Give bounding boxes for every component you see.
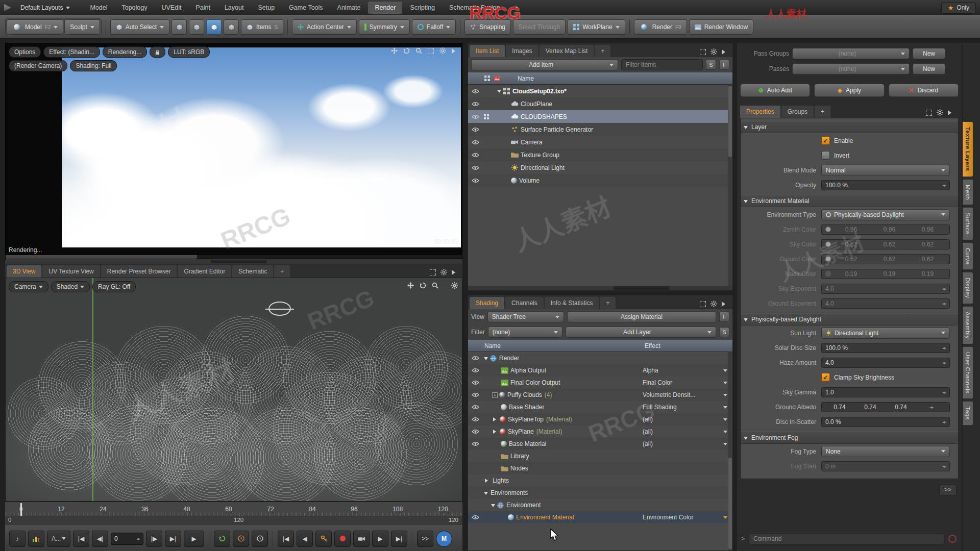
- expand-arrow[interactable]: [491, 504, 495, 509]
- render-camera-selector[interactable]: (Render Camera): [9, 60, 67, 71]
- timeline-ruler[interactable]: 01224364860728496108120: [5, 502, 462, 516]
- select-through-button[interactable]: Select Through: [513, 19, 566, 35]
- render-flag-column-icon[interactable]: [494, 76, 500, 81]
- side-tab-display[interactable]: Display: [963, 272, 973, 304]
- expand-plus-icon[interactable]: +: [492, 392, 498, 398]
- menu-topology[interactable]: Topology: [115, 2, 154, 14]
- panel-menu-icon[interactable]: [452, 48, 458, 54]
- sculpt-mode-button[interactable]: Sculpt: [64, 19, 100, 35]
- raygl-selector[interactable]: Ray GL: Off: [92, 281, 136, 292]
- play-button[interactable]: ▶: [184, 531, 204, 547]
- tab-vertex-map-list[interactable]: Vertex Map List: [540, 45, 594, 57]
- item-row-cloudshapes[interactable]: CLOUDSHAPES: [468, 110, 732, 123]
- apply-button[interactable]: ◆Apply: [814, 84, 884, 97]
- stepper-icon[interactable]: ◂▸: [942, 345, 946, 350]
- visibility-eye-icon[interactable]: [472, 127, 479, 132]
- visibility-eye-icon[interactable]: [472, 441, 479, 446]
- viewport-shading-selector[interactable]: Shaded: [51, 281, 90, 292]
- tab-uv-texture-view[interactable]: UV Texture View: [42, 265, 100, 278]
- search-mode-button[interactable]: S: [706, 60, 716, 70]
- view-mode-dropdown[interactable]: Shader Tree: [487, 311, 564, 322]
- color-swatch[interactable]: [825, 256, 831, 262]
- visibility-eye-icon[interactable]: [472, 89, 479, 94]
- fog-type-select[interactable]: None: [821, 446, 950, 457]
- visibility-eye-icon[interactable]: [472, 165, 479, 170]
- sky-exponent-field[interactable]: 4.0◂▸: [821, 284, 950, 294]
- time-range-button[interactable]: [252, 531, 268, 547]
- tab-add[interactable]: +: [815, 106, 830, 118]
- effect-select[interactable]: Full Shading: [643, 404, 730, 411]
- new-pass-group-button[interactable]: New: [913, 48, 945, 59]
- filter-mode-button[interactable]: F: [719, 60, 729, 70]
- effect-select[interactable]: Alpha: [643, 367, 730, 374]
- stepper-icon[interactable]: ◂▸: [917, 405, 946, 410]
- disc-inscatter-field[interactable]: 0.0 %◂▸: [821, 417, 950, 427]
- shading-mode-selector[interactable]: Shading: Full: [70, 60, 117, 71]
- menu-scripting[interactable]: Scripting: [403, 2, 442, 14]
- discard-button[interactable]: ✕Discard: [889, 84, 959, 97]
- shader-row-render[interactable]: Render: [468, 352, 732, 364]
- next-frame-button[interactable]: |▶: [146, 531, 162, 547]
- tab-groups[interactable]: Groups: [781, 106, 814, 118]
- previous-frame-button[interactable]: ◀|: [92, 531, 108, 547]
- item-row-particle-generator[interactable]: Surface Particle Generator: [468, 123, 732, 136]
- step-key-back-button[interactable]: ◀: [297, 531, 313, 547]
- expand-arrow[interactable]: [497, 90, 501, 95]
- invert-checkbox[interactable]: ✓: [821, 151, 830, 160]
- menu-animate[interactable]: Animate: [331, 2, 368, 14]
- select-vertices-button[interactable]: [172, 19, 187, 35]
- environment-material-section-header[interactable]: Environment Material: [741, 195, 958, 207]
- expand-arrow[interactable]: [493, 417, 498, 421]
- tab-schematic[interactable]: Schematic: [232, 265, 273, 278]
- symmetry-button[interactable]: Symmetry: [359, 19, 410, 35]
- visibility-eye-icon[interactable]: [472, 392, 479, 397]
- visibility-eye-icon[interactable]: [472, 102, 479, 107]
- stepper-icon[interactable]: ◂▸: [942, 360, 946, 365]
- gear-icon[interactable]: [937, 109, 943, 116]
- render-button[interactable]: RenderF9: [634, 19, 687, 35]
- menu-uvedit[interactable]: UVEdit: [155, 2, 188, 14]
- audio-levels-button[interactable]: [28, 531, 44, 547]
- snapping-button[interactable]: Snapping: [464, 19, 511, 35]
- actor-menu-button[interactable]: A...: [47, 531, 70, 547]
- more-properties-button[interactable]: >>: [939, 484, 957, 495]
- current-frame-field[interactable]: 0◂▸: [111, 533, 143, 545]
- items-mode-button[interactable]: ItemsS: [241, 19, 283, 35]
- blend-mode-select[interactable]: Normal: [821, 165, 950, 176]
- side-tab-tags[interactable]: Tags: [963, 401, 973, 425]
- shader-row-environment[interactable]: Environment: [468, 499, 732, 511]
- color-swatch[interactable]: [825, 271, 831, 277]
- side-tab-curve[interactable]: Curve: [963, 242, 973, 270]
- tab-add[interactable]: +: [600, 297, 616, 309]
- next-keyframe-button[interactable]: ▶|: [391, 531, 407, 547]
- effect-selector[interactable]: Effect: (Shadin...: [43, 46, 100, 58]
- item-row-texture-group[interactable]: Texture Group: [468, 148, 732, 161]
- solar-disc-size-field[interactable]: 100.0 %◂▸: [821, 343, 950, 353]
- menu-game-tools[interactable]: Game Tools: [282, 2, 329, 14]
- lut-selector[interactable]: LUT: sRGB: [168, 46, 210, 58]
- menu-schematic-fusion[interactable]: Schematic Fusion: [443, 2, 506, 14]
- camera-gizmo[interactable]: [268, 302, 291, 316]
- auto-select-button[interactable]: Auto Select: [110, 19, 169, 35]
- daylight-section-header[interactable]: Physically-based Daylight: [741, 313, 958, 325]
- snapshot-button[interactable]: [353, 531, 370, 547]
- vertical-scrollbar[interactable]: [728, 352, 732, 550]
- command-record-icon[interactable]: [948, 535, 957, 543]
- zenith-color-field[interactable]: 0.960.960.96: [821, 224, 950, 235]
- panel-menu-icon[interactable]: [948, 110, 954, 115]
- effect-select[interactable]: (all): [643, 440, 730, 447]
- effect-select[interactable]: Final Color: [643, 379, 730, 386]
- 3d-viewport[interactable]: Camera Shaded Ray GL: Off: [5, 278, 462, 502]
- expand-arrow[interactable]: [484, 357, 488, 362]
- clamp-sky-brightness-checkbox[interactable]: ✓: [821, 373, 830, 382]
- go-to-end-button[interactable]: ▶|: [165, 531, 181, 547]
- command-input[interactable]: Command: [749, 533, 944, 544]
- tab-render-preset-browser[interactable]: Render Preset Browser: [101, 265, 177, 278]
- effect-select[interactable]: Environment Color: [643, 514, 730, 521]
- gear-icon[interactable]: [451, 282, 458, 289]
- side-tab-mesh[interactable]: Mesh: [963, 179, 973, 206]
- auto-key-button[interactable]: [315, 531, 332, 547]
- shader-row-base-shader[interactable]: Base Shader Full Shading: [468, 401, 732, 413]
- expand-icon[interactable]: [430, 269, 436, 276]
- rendering-mode-button[interactable]: Rendering...: [103, 46, 147, 58]
